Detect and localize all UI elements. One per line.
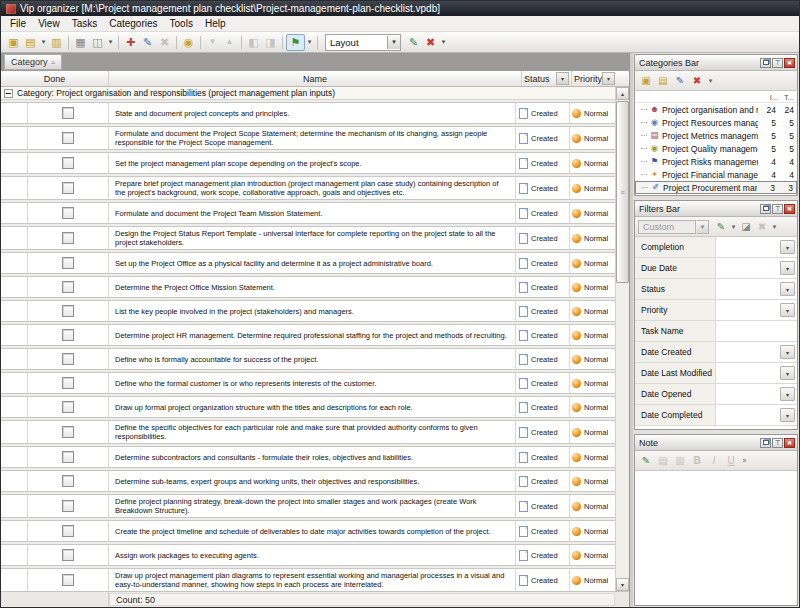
row-selector[interactable] [1, 277, 28, 297]
table-row[interactable]: Set the project management plan scope de… [1, 152, 616, 174]
apply-filter-dropdown[interactable]: ▾ [729, 223, 738, 231]
filter-value-field[interactable] [716, 405, 778, 425]
scroll-down-button[interactable] [616, 578, 629, 591]
done-checkbox[interactable] [62, 329, 74, 341]
underline-icon[interactable]: U [723, 454, 739, 468]
table-row[interactable]: Determine sub-teams, expert groups and w… [1, 470, 616, 492]
row-selector[interactable] [1, 153, 28, 173]
table-row[interactable]: Determine the Project Office Mission Sta… [1, 276, 616, 298]
table-row[interactable]: Prepare brief project management plan in… [1, 176, 616, 200]
title-bar[interactable]: Vip organizer [M:\Project management pla… [1, 1, 799, 16]
panel-close-button[interactable] [784, 58, 795, 68]
layout-combo[interactable]: Layout [325, 34, 401, 51]
done-checkbox[interactable] [62, 401, 74, 413]
table-row[interactable]: Formulate and document the Project Scope… [1, 126, 616, 150]
column-header-name[interactable]: Name [109, 71, 522, 86]
done-checkbox[interactable] [62, 475, 74, 487]
row-selector[interactable] [1, 227, 28, 249]
done-checkbox[interactable] [62, 353, 74, 365]
collapse-group-icon[interactable] [4, 89, 13, 98]
vertical-scrollbar[interactable] [615, 87, 629, 591]
column-header-done[interactable]: Done [1, 71, 109, 86]
done-checkbox[interactable] [62, 305, 74, 317]
scroll-up-button[interactable] [616, 87, 629, 100]
open-database-dropdown[interactable]: ▾ [39, 35, 48, 50]
filter-dropdown[interactable] [780, 282, 795, 296]
table-row[interactable]: State and document project concepts and … [1, 102, 616, 124]
row-selector[interactable] [1, 521, 28, 541]
done-checkbox[interactable] [62, 451, 74, 463]
go-to-category-icon[interactable]: ⚑ [286, 34, 305, 51]
new-category-icon[interactable]: ▣ [638, 74, 654, 88]
row-selector[interactable] [1, 301, 28, 321]
row-selector[interactable] [1, 253, 28, 273]
categories-items-column[interactable]: I... [762, 93, 778, 102]
go-to-category-dropdown[interactable]: ▾ [305, 35, 314, 50]
panel-restore-button[interactable] [760, 58, 771, 68]
group-by-category-button[interactable]: Category ▵ [4, 54, 62, 70]
new-database-icon[interactable]: ▣ [5, 35, 22, 50]
row-selector[interactable] [1, 569, 28, 591]
done-checkbox[interactable] [62, 549, 74, 561]
categories-total-column[interactable]: T... [778, 93, 794, 102]
row-selector[interactable] [1, 471, 28, 491]
table-row[interactable]: Determine subcontractors and consultants… [1, 446, 616, 468]
menu-item[interactable]: Help [199, 18, 232, 29]
edit-category-icon[interactable]: ✎ [672, 74, 688, 88]
layout-combo-dropdown[interactable] [387, 36, 400, 49]
done-checkbox[interactable] [62, 281, 74, 293]
delete-task-icon[interactable]: ✖ [156, 35, 173, 50]
table-row[interactable]: Create the project timeline and schedule… [1, 520, 616, 542]
menu-item[interactable]: File [4, 18, 32, 29]
category-group-row[interactable]: Category: Project organisation and respo… [1, 87, 616, 100]
done-checkbox[interactable] [62, 182, 74, 194]
row-selector[interactable] [1, 545, 28, 565]
filter-value-field[interactable] [716, 300, 778, 320]
row-selector[interactable] [1, 177, 28, 199]
edit-task-icon[interactable]: ✎ [139, 35, 156, 50]
category-item[interactable]: ✦ Project Financial management 4 4 [635, 168, 797, 181]
insert-note-icon[interactable]: ▤ [655, 454, 671, 468]
edit-note-icon[interactable]: ✎ [638, 454, 654, 468]
row-selector[interactable] [1, 349, 28, 369]
row-selector[interactable] [1, 203, 28, 223]
column-header-priority[interactable]: Priority [572, 71, 616, 86]
apply-filter-icon[interactable]: ✎ [713, 220, 729, 234]
move-down-icon[interactable]: ▼ [204, 35, 221, 50]
save-database-icon[interactable]: ▥ [48, 35, 65, 50]
italic-icon[interactable]: I [706, 454, 722, 468]
column-header-status[interactable]: Status [522, 71, 572, 86]
menu-item[interactable]: Categories [103, 18, 163, 29]
filter-value-field[interactable] [716, 342, 778, 362]
filter-dropdown[interactable] [780, 240, 795, 254]
row-selector[interactable] [1, 103, 28, 123]
row-selector[interactable] [1, 127, 28, 149]
menu-item[interactable]: Tools [164, 18, 199, 29]
view-notes-icon[interactable]: ◉ [180, 35, 197, 50]
done-checkbox[interactable] [62, 500, 74, 512]
filter-preset-dropdown[interactable] [697, 220, 709, 234]
filter-value-field[interactable] [716, 237, 778, 257]
status-filter-dropdown[interactable] [556, 72, 569, 85]
category-item[interactable]: ✐ Project Procurement management 3 3 [635, 181, 797, 194]
delete-category-icon[interactable]: ✖ [689, 74, 705, 88]
done-checkbox[interactable] [62, 525, 74, 537]
done-checkbox[interactable] [62, 574, 74, 586]
row-selector[interactable] [1, 397, 28, 417]
note-content[interactable] [635, 471, 797, 605]
row-selector[interactable] [1, 373, 28, 393]
clear-filter-icon[interactable]: ◪ [738, 220, 754, 234]
table-row[interactable]: Design the Project Status Report Templat… [1, 226, 616, 250]
filters-toolbar-overflow[interactable]: ▾ [770, 223, 779, 231]
categories-toolbar-overflow[interactable]: ▾ [706, 77, 715, 85]
panel-close-button[interactable] [784, 438, 795, 448]
filter-dropdown[interactable] [780, 387, 795, 401]
done-checkbox[interactable] [62, 107, 74, 119]
table-row[interactable]: Formulate and document the Project Team … [1, 202, 616, 224]
done-checkbox[interactable] [62, 132, 74, 144]
done-checkbox[interactable] [62, 257, 74, 269]
table-row[interactable]: Set up the Project Office as a physical … [1, 252, 616, 274]
delete-layout-icon[interactable]: ✖ [422, 35, 439, 50]
row-selector[interactable] [1, 325, 28, 345]
open-database-icon[interactable]: ▤ [22, 35, 39, 50]
